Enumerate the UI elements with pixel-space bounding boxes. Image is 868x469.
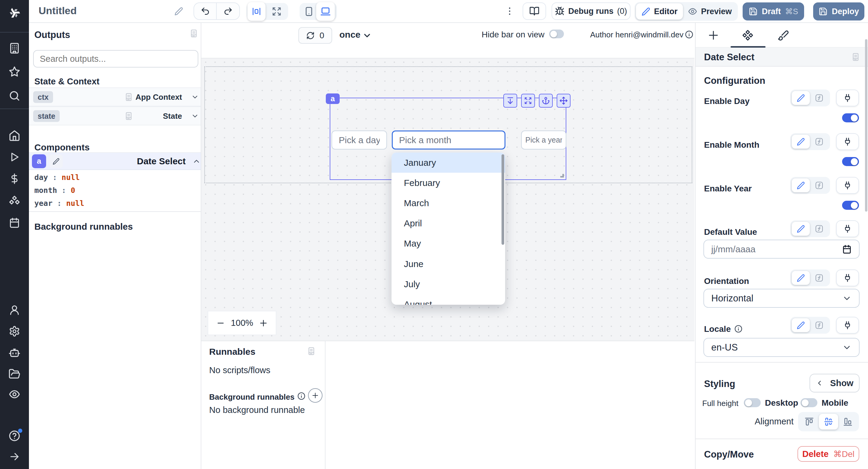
align-top-button[interactable] — [800, 414, 819, 430]
orientation-static-button[interactable] — [792, 271, 810, 285]
year-input[interactable] — [521, 130, 566, 150]
locale-static-button[interactable] — [792, 318, 810, 332]
enable-month-static-button[interactable] — [792, 135, 810, 149]
draft-button[interactable]: Draft ⌘S — [743, 2, 804, 21]
workers-icon[interactable] — [8, 347, 21, 359]
home-icon[interactable] — [8, 130, 21, 142]
collapse-rail-icon[interactable] — [9, 451, 20, 462]
delete-button[interactable]: Delete ⌘Del — [798, 446, 859, 462]
rail-item[interactable] — [0, 347, 29, 359]
schedules-icon[interactable] — [9, 217, 20, 228]
css-editor-tab-icon[interactable] — [778, 30, 789, 41]
favorites-icon[interactable] — [8, 66, 21, 78]
settings-icon[interactable] — [9, 325, 20, 337]
rail-item[interactable] — [0, 430, 29, 442]
desktop-view-button[interactable] — [316, 2, 335, 21]
enable-year-connect-button[interactable] — [836, 177, 859, 194]
mobile-icon[interactable] — [304, 6, 314, 17]
ctx-row[interactable]: ctx App Context — [29, 87, 201, 106]
rename-app-icon[interactable] — [174, 7, 183, 16]
more-menu-icon[interactable] — [504, 6, 515, 16]
orientation-select[interactable]: Horizontal — [704, 289, 860, 308]
align-center-button[interactable] — [819, 414, 838, 430]
preview-tab[interactable]: Preview — [683, 3, 737, 20]
rail-item[interactable] — [0, 151, 29, 163]
state-chevron-icon[interactable] — [191, 112, 199, 120]
schedule-chevron-icon[interactable] — [362, 31, 372, 40]
rail-item[interactable] — [0, 90, 29, 102]
enable-month-js-button[interactable] — [810, 135, 829, 149]
zoom-out-icon[interactable] — [216, 319, 225, 327]
enable-day-static-button[interactable] — [792, 91, 810, 105]
windmill-logo[interactable] — [0, 4, 29, 22]
component-rename-button[interactable] — [50, 155, 63, 168]
folders-icon[interactable] — [8, 368, 21, 380]
locale-info-icon[interactable] — [734, 324, 743, 333]
outputs-log-icon[interactable] — [189, 29, 198, 38]
search-icon[interactable] — [8, 90, 21, 102]
component-collapse-icon[interactable] — [192, 157, 201, 165]
component-doc-icon[interactable] — [851, 53, 860, 61]
default-value-input[interactable]: jj/mm/aaaa — [704, 240, 860, 259]
rail-item[interactable] — [0, 66, 29, 78]
enable-year-toggle[interactable] — [842, 201, 859, 210]
hide-bar-toggle[interactable] — [549, 30, 564, 38]
fullscreen-component-button[interactable] — [521, 94, 535, 107]
enable-day-toggle[interactable] — [842, 113, 859, 122]
rail-item[interactable] — [0, 195, 29, 207]
date-picker-icon[interactable] — [842, 245, 852, 254]
locale-select[interactable]: en-US — [704, 338, 860, 357]
month-option[interactable]: July — [392, 274, 505, 294]
desktop-mobile-toggle[interactable] — [801, 398, 817, 407]
undo-button[interactable] — [194, 3, 217, 19]
debug-runs-button[interactable]: Debug runs (0) — [552, 2, 630, 20]
rail-item[interactable] — [0, 305, 29, 316]
rail-item[interactable] — [0, 173, 29, 184]
rail-item[interactable] — [0, 451, 29, 462]
refresh-button[interactable]: 0 — [299, 27, 332, 44]
resources-icon[interactable] — [8, 195, 21, 207]
deploy-button[interactable]: Deploy — [813, 2, 864, 21]
rail-item[interactable] — [0, 217, 29, 228]
align-bottom-button[interactable] — [838, 414, 858, 430]
bg-runnables-info-icon[interactable] — [297, 392, 306, 400]
styling-show-button[interactable]: Show — [809, 374, 860, 393]
rail-item[interactable] — [0, 42, 29, 54]
redo-button[interactable] — [217, 3, 239, 19]
default-value-static-button[interactable] — [792, 222, 810, 236]
rail-item[interactable] — [0, 368, 29, 380]
enable-year-js-button[interactable] — [810, 179, 829, 192]
app-canvas[interactable]: a January February March April May — [201, 59, 694, 341]
month-option[interactable]: May — [392, 233, 505, 254]
expand-layout-icon[interactable] — [272, 7, 281, 16]
day-input[interactable] — [332, 130, 387, 150]
schedule-mode-label[interactable]: once — [339, 30, 361, 40]
rail-item[interactable] — [0, 388, 29, 400]
component-handle[interactable]: a — [326, 93, 340, 104]
search-outputs-input[interactable] — [33, 50, 198, 67]
rail-item[interactable] — [0, 130, 29, 142]
expand-component-button[interactable] — [503, 94, 517, 107]
insert-component-tab-icon[interactable] — [707, 29, 720, 41]
month-input[interactable] — [392, 130, 505, 150]
default-value-js-button[interactable] — [810, 222, 829, 236]
center-layout-button[interactable] — [247, 2, 266, 21]
month-option[interactable]: January — [392, 153, 505, 173]
move-component-button[interactable] — [557, 94, 570, 107]
locale-connect-button[interactable] — [836, 317, 859, 334]
panel-scrollbar[interactable] — [865, 39, 867, 212]
enable-month-connect-button[interactable] — [836, 133, 859, 150]
locale-js-button[interactable] — [810, 318, 829, 332]
resize-handle[interactable] — [560, 174, 564, 178]
add-bg-runnable-button[interactable] — [308, 388, 322, 403]
ctx-log-icon[interactable] — [124, 93, 133, 101]
workspace-icon[interactable] — [8, 42, 21, 54]
anchor-component-button[interactable] — [539, 94, 553, 107]
enable-month-toggle[interactable] — [842, 157, 859, 166]
month-option[interactable]: March — [392, 193, 505, 213]
rail-item[interactable] — [0, 325, 29, 337]
month-option[interactable]: April — [392, 213, 505, 233]
enable-day-connect-button[interactable] — [836, 90, 859, 106]
state-row[interactable]: state State — [29, 106, 201, 125]
dropdown-scrollbar[interactable] — [501, 154, 504, 245]
